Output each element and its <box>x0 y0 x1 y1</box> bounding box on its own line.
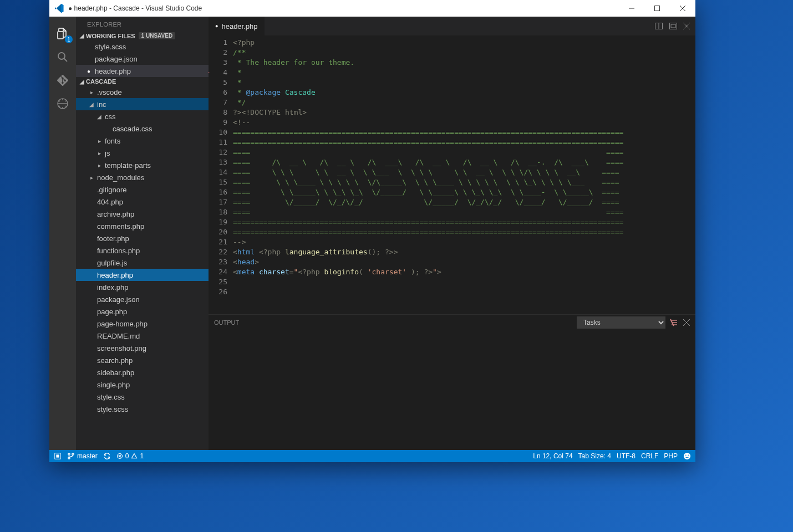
editor-area: ● header.php 1234▸5678910111213141516171… <box>209 17 695 450</box>
tree-file[interactable]: gulpfile.js <box>76 257 209 269</box>
tree-folder[interactable]: ▸js <box>76 147 209 159</box>
svg-line-14 <box>65 106 67 107</box>
output-channel-select[interactable]: Tasks <box>577 316 665 329</box>
clear-output-icon[interactable] <box>670 318 679 327</box>
working-files-label: WORKING FILES <box>86 33 135 39</box>
file-label: style.scss <box>95 43 126 51</box>
tree-file[interactable]: functions.php <box>76 244 209 257</box>
status-problems[interactable]: 0 1 <box>116 452 144 460</box>
tree-label: search.php <box>97 356 133 365</box>
tree-label: js <box>105 149 110 157</box>
file-label: header.php <box>95 67 131 75</box>
tree-file[interactable]: style.scss <box>76 403 209 415</box>
svg-rect-18 <box>671 24 675 28</box>
chevron-down-icon: ◢ <box>78 33 86 39</box>
status-cursor[interactable]: Ln 12, Col 74 <box>533 452 572 460</box>
tree-label: screenshot.png <box>97 344 146 352</box>
chevron-down-icon: ◢ <box>88 101 95 108</box>
status-sync-icon[interactable] <box>103 452 111 460</box>
status-branch[interactable]: master <box>67 452 98 460</box>
tree-file[interactable]: sidebar.php <box>76 366 209 378</box>
status-encoding[interactable]: UTF-8 <box>617 452 636 460</box>
tree-file[interactable]: footer.php <box>76 232 209 244</box>
split-editor-icon[interactable] <box>654 22 663 30</box>
tree-label: style.css <box>97 393 125 401</box>
tree-file[interactable]: search.php <box>76 354 209 366</box>
tree-label: .gitignore <box>97 186 126 194</box>
sidebar-title: EXPLORER <box>76 17 209 31</box>
svg-line-12 <box>65 100 67 101</box>
tree-file[interactable]: style.css <box>76 391 209 403</box>
tree-file[interactable]: page.php <box>76 305 209 318</box>
editor-tab[interactable]: ● header.php <box>209 17 265 35</box>
panel-close-icon[interactable] <box>683 319 690 326</box>
status-eol[interactable]: CRLF <box>641 452 658 460</box>
tree-file[interactable]: comments.php <box>76 220 209 232</box>
tree-folder[interactable]: ▸.vscode <box>76 86 209 98</box>
tree-label: README.md <box>97 332 140 340</box>
titlebar: ● header.php - Cascade - Visual Studio C… <box>49 0 695 17</box>
tree-label: page-home.php <box>97 320 148 328</box>
close-button[interactable] <box>670 0 695 17</box>
svg-rect-28 <box>56 454 59 457</box>
tree-folder[interactable]: ◢inc <box>76 98 209 110</box>
app-window: ● header.php - Cascade - Visual Studio C… <box>49 0 695 462</box>
svg-point-5 <box>58 53 65 59</box>
working-file-item[interactable]: style.scss <box>76 40 209 53</box>
svg-point-35 <box>684 453 690 459</box>
status-tabsize[interactable]: Tab Size: 4 <box>578 452 611 460</box>
tree-file[interactable]: screenshot.png <box>76 342 209 354</box>
activity-search[interactable] <box>49 45 76 69</box>
tree-folder[interactable]: ▸node_modules <box>76 171 209 183</box>
svg-point-36 <box>685 454 687 456</box>
tree-folder[interactable]: ▸fonts <box>76 135 209 147</box>
chevron-right-icon: ▸ <box>88 89 95 95</box>
tree-file[interactable]: index.php <box>76 281 209 293</box>
editor-body[interactable]: 1234▸56789101112131415161718192021222324… <box>209 35 695 314</box>
tree-label: css <box>105 112 116 121</box>
working-file-item[interactable]: package.json <box>76 53 209 65</box>
tree-file[interactable]: package.json <box>76 293 209 305</box>
activity-git[interactable] <box>49 69 76 92</box>
code-content[interactable]: <?php/** * The header for our theme. * *… <box>233 35 690 314</box>
tree-label: sidebar.php <box>97 369 134 377</box>
status-bar: master 0 1 Ln 12, Col 74 Tab Size: 4 UTF… <box>49 450 695 462</box>
status-remote-icon[interactable] <box>54 452 62 460</box>
tab-bar: ● header.php <box>209 17 695 35</box>
project-header[interactable]: ◢ CASCADE <box>76 77 209 86</box>
tree-file[interactable]: README.md <box>76 330 209 342</box>
chevron-right-icon: ▸ <box>88 175 95 181</box>
tree-label: index.php <box>97 283 128 291</box>
tree-file[interactable]: page-home.php <box>76 318 209 330</box>
status-feedback-icon[interactable] <box>683 452 691 460</box>
minimize-button[interactable] <box>619 0 644 17</box>
output-panel: OUTPUT Tasks <box>209 314 695 450</box>
tree-file[interactable]: cascade.css <box>76 122 209 135</box>
activity-debug[interactable] <box>49 92 76 115</box>
svg-line-6 <box>64 59 68 62</box>
tree-folder[interactable]: ◢css <box>76 110 209 122</box>
more-icon[interactable] <box>669 22 678 30</box>
tree-file[interactable]: single.php <box>76 378 209 391</box>
tree-label: 404.php <box>97 198 123 206</box>
tree-file[interactable]: header.php <box>76 269 209 281</box>
working-file-item[interactable]: ●header.php <box>76 65 209 77</box>
activity-explorer[interactable]: 1 <box>49 22 76 45</box>
window-title: ● header.php - Cascade - Visual Studio C… <box>68 4 619 12</box>
close-all-icon[interactable] <box>683 23 690 29</box>
status-lang[interactable]: PHP <box>664 452 678 460</box>
unsaved-badge: 1 UNSAVED <box>139 32 176 39</box>
tree-file[interactable]: .gitignore <box>76 183 209 196</box>
project-tree: ▸.vscode◢inc◢csscascade.css▸fonts▸js▸tem… <box>76 86 209 450</box>
working-files-header[interactable]: ◢ WORKING FILES 1 UNSAVED <box>76 31 209 40</box>
svg-point-31 <box>72 453 74 456</box>
tree-label: functions.php <box>97 247 140 255</box>
chevron-right-icon: ▸ <box>96 138 103 144</box>
maximize-button[interactable] <box>644 0 670 17</box>
tree-file[interactable]: archive.php <box>76 208 209 220</box>
tree-folder[interactable]: ▸template-parts <box>76 159 209 171</box>
chevron-right-icon: ▸ <box>96 162 103 168</box>
dirty-dot-icon: ● <box>86 68 92 74</box>
tree-file[interactable]: 404.php <box>76 196 209 208</box>
minimap[interactable] <box>690 35 695 314</box>
